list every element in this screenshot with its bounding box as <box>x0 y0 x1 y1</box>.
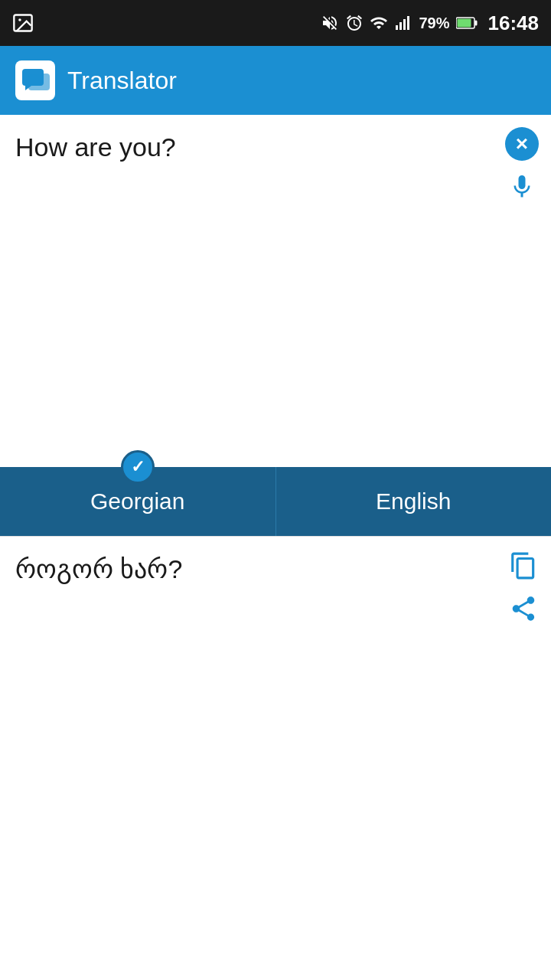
translator-logo-icon <box>21 66 50 95</box>
share-button[interactable] <box>507 592 540 626</box>
wifi-icon <box>370 14 388 32</box>
app-bar: Translator <box>0 46 551 115</box>
status-left-icons <box>12 12 34 34</box>
target-language-label: English <box>376 488 451 514</box>
status-right-icons: 79% 16:48 <box>321 11 539 35</box>
share-icon <box>509 594 538 623</box>
gallery-icon <box>12 12 34 34</box>
active-language-badge: ✓ <box>121 450 155 484</box>
copy-icon <box>509 551 538 580</box>
status-bar: 79% 16:48 <box>0 0 551 46</box>
svg-rect-7 <box>474 21 477 26</box>
alarm-icon <box>345 14 364 32</box>
language-bar[interactable]: ✓ Georgian English <box>0 467 551 536</box>
svg-rect-4 <box>403 19 406 30</box>
mute-icon <box>321 14 339 32</box>
mic-icon <box>508 173 536 201</box>
svg-rect-5 <box>407 16 409 30</box>
battery-percent: 79% <box>419 15 449 32</box>
mic-button[interactable] <box>505 170 539 204</box>
battery-icon <box>456 17 478 29</box>
status-time: 16:48 <box>488 11 540 35</box>
signal-icon <box>394 14 412 32</box>
svg-rect-2 <box>396 25 398 30</box>
svg-rect-8 <box>457 19 471 28</box>
app-icon <box>15 60 55 100</box>
svg-point-1 <box>18 18 21 21</box>
source-language-button[interactable]: ✓ Georgian <box>0 467 276 536</box>
output-text: როგორ ხარ? <box>15 552 497 586</box>
svg-rect-11 <box>28 74 50 90</box>
copy-button[interactable] <box>507 549 540 583</box>
input-text[interactable]: How are you? <box>15 130 497 164</box>
svg-rect-3 <box>399 22 402 30</box>
app-title: Translator <box>67 67 177 95</box>
source-language-label: Georgian <box>90 488 184 514</box>
output-area: როგორ ხარ? <box>0 536 551 980</box>
input-area: How are you? × <box>0 115 551 467</box>
target-language-button[interactable]: English <box>276 467 552 536</box>
clear-button[interactable]: × <box>505 127 539 161</box>
